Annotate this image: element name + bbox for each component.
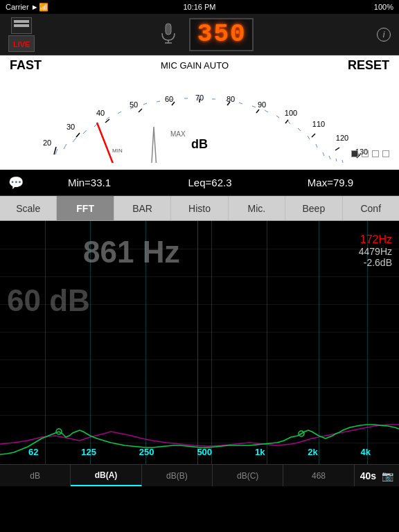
- svg-text:MAX: MAX: [170, 130, 186, 138]
- svg-line-55: [97, 123, 132, 163]
- bubble-icon: 💬: [8, 175, 24, 190]
- time-display: 40s: [360, 470, 376, 481]
- svg-text:120: 120: [336, 134, 348, 142]
- svg-line-34: [276, 116, 279, 118]
- svg-line-31: [239, 103, 242, 104]
- tab-beep[interactable]: Beep: [285, 196, 342, 220]
- freq-250: 250: [139, 447, 154, 457]
- frequency-info: 172Hz 4479Hz -2.6dB: [359, 233, 392, 268]
- svg-line-44: [76, 133, 80, 137]
- mic-icon: [159, 22, 178, 47]
- stats-bar: 💬 Min=33.1 Leq=62.3 Max=79.9: [0, 170, 399, 196]
- page-dot-1: [351, 150, 358, 157]
- fast-button[interactable]: FAST: [10, 58, 42, 73]
- svg-rect-0: [166, 24, 171, 35]
- led-display: 3 5 0: [189, 18, 254, 51]
- svg-line-17: [64, 144, 66, 149]
- svg-text:60: 60: [165, 95, 173, 103]
- bottom-right: 40s 📷: [355, 465, 399, 486]
- min-stat: Min=33.1: [29, 177, 150, 188]
- fft-display: 861 Hz 172Hz 4479Hz -2.6dB 60 dB 62 125 …: [0, 221, 399, 486]
- live-badge: LIVE: [8, 35, 35, 52]
- svg-marker-56: [149, 127, 159, 163]
- bottom-tab-468[interactable]: 468: [283, 465, 354, 486]
- info-icon[interactable]: i: [377, 28, 391, 42]
- db-unit-label: dB: [191, 137, 208, 152]
- freq-secondary: 4479Hz: [359, 246, 392, 257]
- led-digit-3: 0: [230, 22, 245, 47]
- freq-4k: 4k: [361, 447, 371, 457]
- bottom-tab-db[interactable]: dB: [0, 465, 71, 486]
- freq-2k: 2k: [308, 447, 317, 457]
- svg-line-38: [316, 144, 317, 148]
- led-digit-1: 3: [197, 22, 213, 47]
- db-offset: -2.6dB: [359, 257, 392, 268]
- frequency-axis: 62 125 250 500 1k 2k 4k: [0, 447, 399, 457]
- top-section: LIVE 3 5 0 i: [0, 14, 399, 55]
- svg-text:30: 30: [66, 123, 75, 131]
- svg-line-36: [298, 128, 301, 131]
- db-big-label: 60 dB: [7, 283, 90, 318]
- bottom-tab-dbc[interactable]: dB(C): [213, 465, 283, 486]
- svg-line-51: [285, 120, 288, 123]
- bottom-tab-dba[interactable]: dB(A): [71, 465, 141, 486]
- freq-1k: 1k: [255, 447, 265, 457]
- svg-line-41: [336, 159, 337, 161]
- svg-line-53: [335, 148, 339, 150]
- tab-conf[interactable]: Conf: [343, 196, 399, 220]
- mic-gain-label: MIC GAIN AUTO: [161, 60, 229, 71]
- svg-line-42: [342, 160, 343, 163]
- carrier-label: Carrier ►📶: [6, 3, 48, 12]
- h-grid-line: [0, 332, 399, 332]
- h-grid-line: [0, 249, 399, 249]
- time-label: 10:16 PM: [183, 3, 215, 11]
- tab-scale[interactable]: Scale: [0, 196, 57, 220]
- page-indicator: [351, 150, 389, 157]
- svg-line-40: [329, 156, 330, 159]
- svg-text:40: 40: [96, 109, 105, 117]
- svg-line-37: [308, 136, 310, 139]
- tab-histo[interactable]: Histo: [171, 196, 228, 220]
- tab-bar-btn[interactable]: BAR: [114, 196, 171, 220]
- vu-meter-canvas: 20 30 40 50 60 70 80 90 100 110: [0, 73, 399, 163]
- freq-red: 172Hz: [359, 233, 392, 246]
- page-dot-4: [382, 150, 389, 157]
- tab-fft[interactable]: FFT: [57, 196, 114, 220]
- tab-bar: Scale FFT BAR Histo Mic. Beep Conf: [0, 196, 399, 221]
- svg-line-50: [256, 109, 259, 113]
- h-grid-line: [0, 276, 399, 277]
- freq-62: 62: [28, 447, 38, 457]
- page-dot-3: [372, 150, 379, 157]
- led-digit-2: 5: [213, 22, 229, 47]
- svg-text:20: 20: [43, 139, 51, 147]
- svg-line-32: [252, 106, 256, 107]
- freq-500: 500: [197, 447, 212, 457]
- svg-line-19: [83, 130, 87, 134]
- svg-line-24: [143, 103, 147, 105]
- svg-line-52: [312, 134, 315, 137]
- leq-stat: Leq=62.3: [150, 177, 270, 188]
- svg-line-39: [323, 152, 324, 156]
- vu-header: FAST MIC GAIN AUTO RESET: [0, 55, 399, 73]
- svg-line-33: [265, 110, 268, 112]
- svg-text:100: 100: [285, 109, 297, 117]
- page-dot-2: [362, 150, 369, 157]
- frequency-main-display: 861 Hz: [83, 235, 179, 269]
- live-icon: [11, 17, 32, 34]
- svg-line-25: [157, 101, 160, 102]
- reset-button[interactable]: RESET: [348, 58, 389, 73]
- camera-icon[interactable]: 📷: [382, 470, 393, 481]
- tab-mic[interactable]: Mic.: [229, 196, 285, 220]
- status-bar: Carrier ►📶 10:16 PM 100%: [0, 0, 399, 14]
- battery-label: 100%: [374, 3, 393, 11]
- svg-text:MIN: MIN: [112, 148, 123, 154]
- svg-text:90: 90: [258, 100, 266, 109]
- max-stat: Max=79.9: [270, 177, 391, 188]
- freq-125: 125: [81, 447, 96, 457]
- svg-line-35: [288, 121, 290, 124]
- bottom-toolbar: dB dB(A) dB(B) dB(C) 468 40s 📷: [0, 464, 399, 486]
- svg-line-18: [73, 138, 76, 142]
- svg-line-22: [118, 112, 121, 114]
- bottom-tab-dbb[interactable]: dB(B): [142, 465, 213, 486]
- svg-text:110: 110: [312, 120, 325, 128]
